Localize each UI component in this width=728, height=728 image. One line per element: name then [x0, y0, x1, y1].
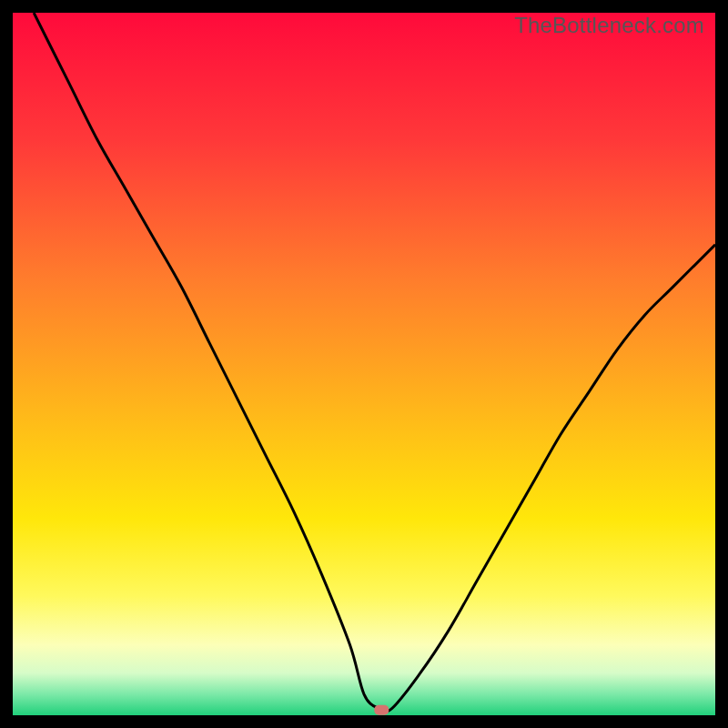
watermark-text: TheBottleneck.com — [514, 13, 704, 38]
minimum-marker — [374, 705, 389, 715]
bottleneck-chart — [13, 13, 715, 715]
chart-frame: TheBottleneck.com — [13, 13, 715, 715]
gradient-background — [13, 13, 715, 715]
